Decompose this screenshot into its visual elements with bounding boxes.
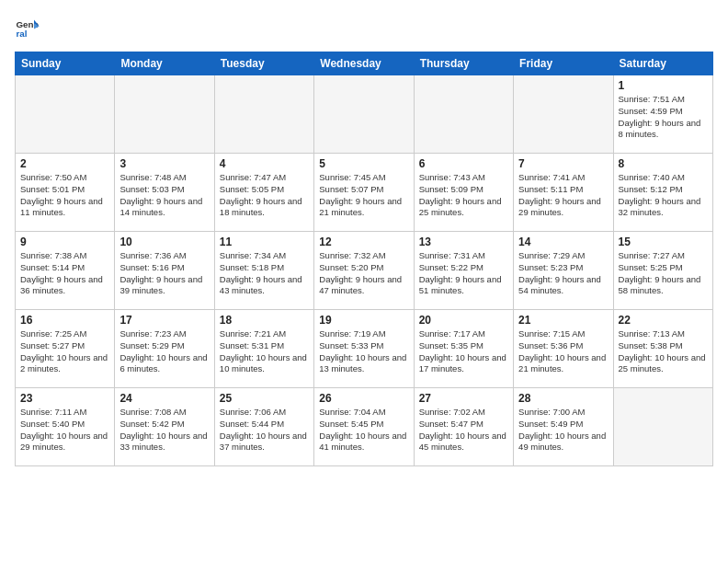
calendar-cell: 25Sunrise: 7:06 AM Sunset: 5:44 PM Dayli… — [214, 388, 313, 466]
calendar-cell: 16Sunrise: 7:25 AM Sunset: 5:27 PM Dayli… — [16, 310, 115, 388]
day-number: 27 — [419, 392, 508, 405]
calendar-cell: 3Sunrise: 7:48 AM Sunset: 5:03 PM Daylig… — [115, 154, 214, 232]
calendar-cell: 1Sunrise: 7:51 AM Sunset: 4:59 PM Daylig… — [613, 75, 712, 154]
calendar-table: SundayMondayTuesdayWednesdayThursdayFrid… — [15, 52, 713, 466]
day-number: 20 — [419, 314, 508, 327]
page-header: Gene ral — [15, 15, 713, 40]
day-number: 2 — [20, 157, 109, 170]
day-info: Sunrise: 7:45 AM Sunset: 5:07 PM Dayligh… — [319, 172, 408, 219]
day-number: 8 — [619, 157, 708, 170]
day-number: 15 — [619, 236, 708, 248]
calendar-cell — [314, 75, 414, 154]
day-info: Sunrise: 7:19 AM Sunset: 5:33 PM Dayligh… — [319, 328, 408, 375]
week-row-4: 23Sunrise: 7:11 AM Sunset: 5:40 PM Dayli… — [16, 388, 713, 466]
column-header-saturday: Saturday — [613, 52, 712, 75]
logo: Gene ral — [15, 15, 44, 40]
calendar-cell: 12Sunrise: 7:32 AM Sunset: 5:20 PM Dayli… — [314, 232, 414, 310]
day-number: 9 — [20, 236, 109, 248]
calendar-cell: 7Sunrise: 7:41 AM Sunset: 5:11 PM Daylig… — [514, 154, 613, 232]
day-info: Sunrise: 7:40 AM Sunset: 5:12 PM Dayligh… — [619, 172, 708, 219]
column-header-tuesday: Tuesday — [214, 52, 313, 75]
column-header-wednesday: Wednesday — [314, 52, 414, 75]
day-number: 5 — [319, 157, 408, 170]
week-row-1: 2Sunrise: 7:50 AM Sunset: 5:01 PM Daylig… — [16, 154, 713, 232]
day-info: Sunrise: 7:08 AM Sunset: 5:42 PM Dayligh… — [119, 407, 209, 454]
day-info: Sunrise: 7:36 AM Sunset: 5:16 PM Dayligh… — [119, 250, 209, 297]
day-info: Sunrise: 7:48 AM Sunset: 5:03 PM Dayligh… — [119, 172, 209, 219]
calendar-cell: 2Sunrise: 7:50 AM Sunset: 5:01 PM Daylig… — [16, 154, 115, 232]
calendar-cell: 23Sunrise: 7:11 AM Sunset: 5:40 PM Dayli… — [16, 388, 115, 466]
day-number: 21 — [518, 314, 608, 327]
day-number: 12 — [319, 236, 408, 248]
week-row-0: 1Sunrise: 7:51 AM Sunset: 4:59 PM Daylig… — [16, 75, 713, 154]
calendar-cell — [16, 75, 115, 154]
day-number: 13 — [419, 236, 508, 248]
day-number: 26 — [319, 392, 408, 405]
day-number: 25 — [220, 392, 309, 405]
column-header-friday: Friday — [514, 52, 613, 75]
column-header-thursday: Thursday — [414, 52, 513, 75]
day-info: Sunrise: 7:47 AM Sunset: 5:05 PM Dayligh… — [220, 172, 309, 219]
calendar-cell: 19Sunrise: 7:19 AM Sunset: 5:33 PM Dayli… — [314, 310, 414, 388]
day-number: 3 — [119, 157, 209, 170]
day-info: Sunrise: 7:38 AM Sunset: 5:14 PM Dayligh… — [20, 250, 109, 297]
day-number: 19 — [319, 314, 408, 327]
day-info: Sunrise: 7:15 AM Sunset: 5:36 PM Dayligh… — [518, 328, 608, 375]
day-info: Sunrise: 7:50 AM Sunset: 5:01 PM Dayligh… — [20, 172, 109, 219]
day-info: Sunrise: 7:04 AM Sunset: 5:45 PM Dayligh… — [319, 407, 408, 454]
week-row-3: 16Sunrise: 7:25 AM Sunset: 5:27 PM Dayli… — [16, 310, 713, 388]
calendar-cell: 18Sunrise: 7:21 AM Sunset: 5:31 PM Dayli… — [214, 310, 313, 388]
calendar-cell: 22Sunrise: 7:13 AM Sunset: 5:38 PM Dayli… — [613, 310, 712, 388]
day-number: 10 — [119, 236, 209, 248]
day-number: 11 — [220, 236, 309, 248]
calendar-cell — [514, 75, 613, 154]
column-header-sunday: Sunday — [16, 52, 115, 75]
calendar-header-row: SundayMondayTuesdayWednesdayThursdayFrid… — [16, 52, 713, 75]
calendar-cell: 11Sunrise: 7:34 AM Sunset: 5:18 PM Dayli… — [214, 232, 313, 310]
day-number: 28 — [518, 392, 608, 405]
day-info: Sunrise: 7:06 AM Sunset: 5:44 PM Dayligh… — [220, 407, 309, 454]
calendar-cell — [613, 388, 712, 466]
day-info: Sunrise: 7:11 AM Sunset: 5:40 PM Dayligh… — [20, 407, 109, 454]
day-info: Sunrise: 7:29 AM Sunset: 5:23 PM Dayligh… — [518, 250, 608, 297]
calendar-cell: 17Sunrise: 7:23 AM Sunset: 5:29 PM Dayli… — [115, 310, 214, 388]
day-number: 1 — [619, 79, 708, 92]
day-info: Sunrise: 7:23 AM Sunset: 5:29 PM Dayligh… — [119, 328, 209, 375]
calendar-cell — [214, 75, 313, 154]
calendar-cell: 6Sunrise: 7:43 AM Sunset: 5:09 PM Daylig… — [414, 154, 513, 232]
day-number: 17 — [119, 314, 209, 327]
calendar-cell — [115, 75, 214, 154]
calendar-cell: 5Sunrise: 7:45 AM Sunset: 5:07 PM Daylig… — [314, 154, 414, 232]
day-info: Sunrise: 7:41 AM Sunset: 5:11 PM Dayligh… — [518, 172, 608, 219]
day-number: 6 — [419, 157, 508, 170]
day-number: 14 — [518, 236, 608, 248]
day-number: 7 — [518, 157, 608, 170]
day-number: 24 — [119, 392, 209, 405]
day-info: Sunrise: 7:17 AM Sunset: 5:35 PM Dayligh… — [419, 328, 508, 375]
day-number: 18 — [220, 314, 309, 327]
day-info: Sunrise: 7:27 AM Sunset: 5:25 PM Dayligh… — [619, 250, 708, 297]
day-info: Sunrise: 7:31 AM Sunset: 5:22 PM Dayligh… — [419, 250, 508, 297]
day-info: Sunrise: 7:00 AM Sunset: 5:49 PM Dayligh… — [518, 407, 608, 454]
calendar-cell: 4Sunrise: 7:47 AM Sunset: 5:05 PM Daylig… — [214, 154, 313, 232]
column-header-monday: Monday — [115, 52, 214, 75]
calendar-cell: 21Sunrise: 7:15 AM Sunset: 5:36 PM Dayli… — [514, 310, 613, 388]
day-info: Sunrise: 7:25 AM Sunset: 5:27 PM Dayligh… — [20, 328, 109, 375]
calendar-cell: 20Sunrise: 7:17 AM Sunset: 5:35 PM Dayli… — [414, 310, 513, 388]
calendar-cell: 26Sunrise: 7:04 AM Sunset: 5:45 PM Dayli… — [314, 388, 414, 466]
day-info: Sunrise: 7:02 AM Sunset: 5:47 PM Dayligh… — [419, 407, 508, 454]
day-info: Sunrise: 7:21 AM Sunset: 5:31 PM Dayligh… — [220, 328, 309, 375]
calendar-cell: 24Sunrise: 7:08 AM Sunset: 5:42 PM Dayli… — [115, 388, 214, 466]
calendar-cell: 14Sunrise: 7:29 AM Sunset: 5:23 PM Dayli… — [514, 232, 613, 310]
svg-text:ral: ral — [16, 29, 27, 39]
calendar-cell: 8Sunrise: 7:40 AM Sunset: 5:12 PM Daylig… — [613, 154, 712, 232]
calendar-cell — [414, 75, 513, 154]
calendar-cell: 9Sunrise: 7:38 AM Sunset: 5:14 PM Daylig… — [16, 232, 115, 310]
calendar-cell: 10Sunrise: 7:36 AM Sunset: 5:16 PM Dayli… — [115, 232, 214, 310]
calendar-cell: 13Sunrise: 7:31 AM Sunset: 5:22 PM Dayli… — [414, 232, 513, 310]
day-info: Sunrise: 7:51 AM Sunset: 4:59 PM Dayligh… — [619, 94, 708, 141]
calendar-cell: 27Sunrise: 7:02 AM Sunset: 5:47 PM Dayli… — [414, 388, 513, 466]
calendar-cell: 28Sunrise: 7:00 AM Sunset: 5:49 PM Dayli… — [514, 388, 613, 466]
day-info: Sunrise: 7:13 AM Sunset: 5:38 PM Dayligh… — [619, 328, 708, 375]
logo-icon: Gene ral — [15, 15, 40, 40]
